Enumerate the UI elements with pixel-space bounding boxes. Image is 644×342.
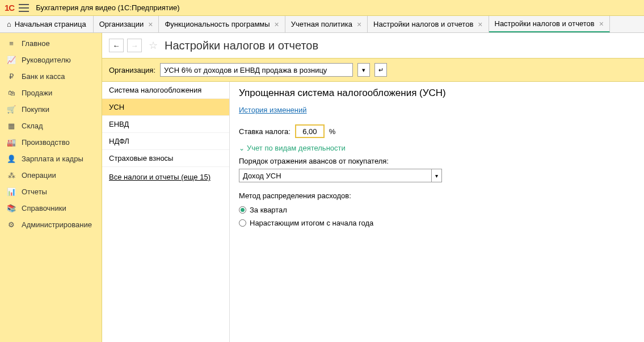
operations-icon: ⁂: [6, 171, 17, 180]
tab-functionality[interactable]: Функциональность программы ×: [159, 16, 285, 32]
all-taxes-link[interactable]: Все налоги и отчеты (еще 15): [102, 167, 229, 187]
books-icon: 📚: [6, 204, 17, 212]
nav-warehouse[interactable]: ▦Склад: [0, 118, 102, 134]
sidebar: ≡Главное 📈Руководителю ₽Банк и касса 🛍Пр…: [0, 33, 102, 342]
radio-icon: [239, 206, 246, 214]
close-icon[interactable]: ×: [599, 20, 604, 28]
category-list: Система налогообложения УСН ЕНВД НДФЛ Ст…: [102, 82, 230, 342]
nav-payroll[interactable]: 👤Зарплата и кадры: [0, 151, 102, 167]
org-open-button[interactable]: ↵: [374, 63, 387, 77]
ruble-icon: ₽: [6, 72, 17, 81]
org-select[interactable]: [160, 63, 353, 77]
method-label: Метод распределения расходов:: [239, 191, 635, 200]
grid-icon: ▦: [6, 122, 17, 130]
person-icon: 👤: [6, 155, 17, 163]
gear-icon: ⚙: [6, 220, 17, 229]
logo-1c: 1C: [5, 3, 14, 12]
nav-main[interactable]: ≡Главное: [0, 35, 102, 52]
advance-select[interactable]: [239, 169, 432, 182]
app-title: Бухгалтерия для видео (1С:Предприятие): [36, 3, 179, 12]
tab-tax-settings-2[interactable]: Настройки налогов и отчетов ×: [489, 16, 610, 32]
activity-section-toggle[interactable]: Учет по видам деятельности: [239, 144, 635, 152]
bag-icon: 🛍: [6, 89, 17, 97]
history-link[interactable]: История изменений: [239, 106, 307, 114]
cat-usn[interactable]: УСН: [102, 99, 229, 116]
bar-chart-icon: 📊: [6, 187, 17, 196]
back-button[interactable]: ←: [109, 39, 124, 52]
close-icon[interactable]: ×: [357, 20, 361, 28]
cat-envd[interactable]: ЕНВД: [102, 116, 229, 133]
close-icon[interactable]: ×: [275, 20, 279, 28]
menu-icon: ≡: [6, 39, 17, 48]
tab-organizations[interactable]: Организации ×: [94, 16, 159, 32]
tabs-row: ⌂ Начальная страница Организации × Функц…: [0, 16, 644, 33]
cat-ndfl[interactable]: НДФЛ: [102, 133, 229, 150]
chart-icon: 📈: [6, 56, 17, 64]
page-header: ← → ☆ Настройки налогов и отчетов: [102, 33, 644, 58]
close-icon[interactable]: ×: [148, 20, 153, 28]
advance-dropdown-button[interactable]: ▾: [432, 169, 442, 182]
nav-purchases[interactable]: 🛒Покупки: [0, 101, 102, 118]
star-icon[interactable]: ☆: [149, 39, 158, 52]
cart-icon: 🛒: [6, 105, 17, 114]
org-dropdown-button[interactable]: ▾: [357, 63, 370, 77]
organization-row: Организация: ▾ ↵: [102, 58, 644, 82]
top-bar: 1C Бухгалтерия для видео (1С:Предприятие…: [0, 0, 644, 16]
radio-cumulative[interactable]: Нарастающим итогом с начала года: [239, 216, 635, 230]
radio-quarter[interactable]: За квартал: [239, 203, 635, 216]
cat-insurance[interactable]: Страховые взносы: [102, 150, 229, 167]
nav-reports[interactable]: 📊Отчеты: [0, 183, 102, 200]
forward-button[interactable]: →: [127, 39, 142, 52]
close-icon[interactable]: ×: [478, 20, 482, 28]
nav-sales[interactable]: 🛍Продажи: [0, 85, 102, 101]
org-label: Организация:: [109, 66, 155, 74]
cat-tax-system[interactable]: Система налогообложения: [102, 82, 229, 99]
advance-label: Порядок отражения авансов от покупателя:: [239, 157, 635, 165]
factory-icon: 🏭: [6, 138, 17, 147]
rate-row: Ставка налога: %: [239, 124, 635, 138]
tab-tax-settings-1[interactable]: Настройки налогов и отчетов ×: [368, 16, 489, 32]
nav-references[interactable]: 📚Справочники: [0, 200, 102, 216]
rate-input[interactable]: [295, 124, 325, 138]
radio-icon: [239, 219, 246, 227]
page-title: Настройки налогов и отчетов: [165, 39, 318, 52]
rate-label: Ставка налога:: [239, 127, 291, 136]
nav-admin[interactable]: ⚙Администрирование: [0, 216, 102, 233]
detail-panel: Упрощенная система налогообложения (УСН)…: [230, 82, 644, 342]
home-tab[interactable]: ⌂ Начальная страница: [0, 16, 94, 32]
rate-suffix: %: [329, 127, 336, 136]
home-tab-label: Начальная страница: [15, 20, 86, 28]
hamburger-icon[interactable]: [19, 4, 29, 12]
nav-bank[interactable]: ₽Банк и касса: [0, 68, 102, 85]
tab-accounting-policy[interactable]: Учетная политика ×: [285, 16, 368, 32]
nav-manager[interactable]: 📈Руководителю: [0, 52, 102, 68]
nav-production[interactable]: 🏭Производство: [0, 134, 102, 151]
home-icon: ⌂: [7, 20, 11, 28]
nav-operations[interactable]: ⁂Операции: [0, 167, 102, 183]
detail-heading: Упрощенная система налогообложения (УСН): [239, 87, 635, 99]
